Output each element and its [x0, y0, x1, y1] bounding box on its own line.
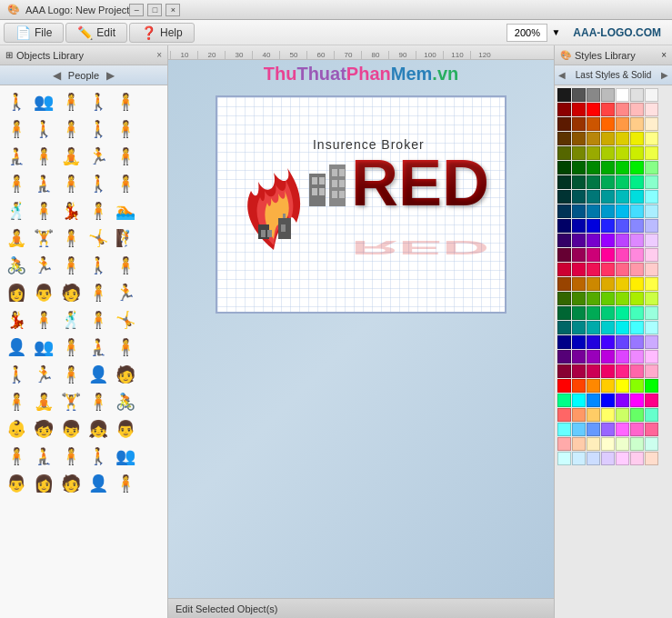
- color-swatch[interactable]: [557, 306, 571, 320]
- obj-item[interactable]: 🧑: [113, 362, 138, 387]
- color-swatch[interactable]: [630, 117, 644, 131]
- color-swatch[interactable]: [587, 408, 600, 422]
- obj-item[interactable]: 🚶: [85, 171, 111, 196]
- color-swatch[interactable]: [572, 161, 586, 174]
- color-swatch[interactable]: [587, 263, 600, 276]
- color-swatch[interactable]: [616, 292, 629, 305]
- obj-item[interactable]: 🧍: [4, 444, 29, 469]
- obj-item[interactable]: 🧍: [4, 171, 29, 196]
- color-swatch[interactable]: [557, 132, 571, 145]
- color-swatch[interactable]: [645, 234, 658, 247]
- category-prev[interactable]: ◀: [53, 69, 61, 82]
- color-swatch[interactable]: [601, 335, 615, 349]
- color-swatch[interactable]: [587, 204, 600, 218]
- color-swatch[interactable]: [601, 408, 615, 422]
- help-menu[interactable]: ❓ Help: [129, 23, 195, 43]
- obj-item[interactable]: 🧍: [85, 307, 111, 333]
- color-swatch[interactable]: [645, 292, 658, 305]
- color-swatch[interactable]: [557, 190, 571, 204]
- color-swatch[interactable]: [616, 219, 629, 233]
- obj-item[interactable]: 👨: [4, 471, 29, 496]
- color-swatch[interactable]: [557, 263, 571, 276]
- color-swatch[interactable]: [616, 335, 629, 349]
- obj-item[interactable]: 🚴: [113, 389, 138, 414]
- color-swatch[interactable]: [616, 146, 629, 160]
- close-button[interactable]: ×: [165, 4, 180, 16]
- color-swatch[interactable]: [601, 364, 615, 378]
- color-swatch[interactable]: [587, 248, 600, 262]
- color-swatch[interactable]: [572, 146, 586, 160]
- color-swatch[interactable]: [587, 364, 600, 378]
- color-swatch[interactable]: [630, 146, 644, 160]
- obj-item[interactable]: 🧍: [4, 389, 29, 414]
- obj-item[interactable]: 🧍: [58, 362, 84, 387]
- color-swatch[interactable]: [601, 234, 615, 247]
- obj-item[interactable]: 🚶: [85, 444, 111, 469]
- color-swatch[interactable]: [630, 190, 644, 204]
- color-swatch[interactable]: [557, 204, 571, 218]
- color-swatch[interactable]: [557, 452, 571, 465]
- color-swatch[interactable]: [616, 132, 629, 145]
- color-swatch[interactable]: [601, 117, 615, 131]
- category-next[interactable]: ▶: [106, 69, 115, 82]
- obj-item[interactable]: 🧍: [58, 253, 84, 278]
- color-swatch[interactable]: [587, 423, 600, 436]
- color-swatch[interactable]: [601, 452, 615, 465]
- color-swatch[interactable]: [630, 394, 644, 407]
- color-swatch[interactable]: [630, 263, 644, 276]
- color-swatch[interactable]: [587, 306, 600, 320]
- color-swatch[interactable]: [587, 292, 600, 305]
- obj-item[interactable]: 🧍: [113, 171, 138, 196]
- obj-item[interactable]: 🧍: [113, 334, 138, 360]
- color-swatch[interactable]: [557, 437, 571, 451]
- color-swatch[interactable]: [645, 263, 658, 276]
- obj-item[interactable]: 👥: [113, 444, 138, 469]
- color-swatch[interactable]: [601, 292, 615, 305]
- color-swatch[interactable]: [616, 103, 629, 116]
- obj-item[interactable]: 🚶: [85, 253, 111, 278]
- obj-item[interactable]: 🧘: [4, 225, 29, 251]
- color-swatch[interactable]: [601, 263, 615, 276]
- color-swatch[interactable]: [645, 277, 658, 291]
- obj-item[interactable]: 💃: [4, 307, 29, 333]
- color-swatch[interactable]: [645, 379, 658, 393]
- obj-item[interactable]: 👤: [85, 362, 111, 387]
- obj-item[interactable]: 🧗: [113, 225, 138, 251]
- color-swatch[interactable]: [572, 335, 586, 349]
- color-swatch[interactable]: [572, 117, 586, 131]
- color-swatch[interactable]: [572, 321, 586, 334]
- color-swatch[interactable]: [616, 321, 629, 334]
- obj-item[interactable]: 🏊: [113, 198, 138, 224]
- color-swatch[interactable]: [557, 88, 571, 102]
- color-swatch[interactable]: [572, 204, 586, 218]
- color-swatch[interactable]: [616, 88, 629, 102]
- color-swatch[interactable]: [616, 204, 629, 218]
- color-swatch[interactable]: [587, 379, 600, 393]
- edit-menu[interactable]: ✏️ Edit: [65, 23, 127, 43]
- color-swatch[interactable]: [601, 379, 615, 393]
- file-menu[interactable]: 📄 File: [4, 23, 64, 43]
- color-swatch[interactable]: [601, 394, 615, 407]
- color-swatch[interactable]: [645, 423, 658, 436]
- obj-item[interactable]: 🧍: [58, 116, 84, 142]
- color-swatch[interactable]: [616, 277, 629, 291]
- color-swatch[interactable]: [601, 190, 615, 204]
- color-swatch[interactable]: [630, 335, 644, 349]
- color-swatch[interactable]: [630, 88, 644, 102]
- color-swatch[interactable]: [572, 379, 586, 393]
- obj-item[interactable]: 🧍: [4, 116, 29, 142]
- obj-item[interactable]: 🧍: [58, 225, 84, 251]
- color-swatch[interactable]: [630, 379, 644, 393]
- color-swatch[interactable]: [616, 452, 629, 465]
- color-swatch[interactable]: [630, 364, 644, 378]
- obj-item[interactable]: 🚶: [85, 116, 111, 142]
- color-swatch[interactable]: [616, 379, 629, 393]
- styles-prev[interactable]: ◀: [558, 70, 566, 80]
- color-swatch[interactable]: [572, 175, 586, 189]
- color-swatch[interactable]: [601, 204, 615, 218]
- styles-panel-close[interactable]: ×: [661, 50, 667, 60]
- color-swatch[interactable]: [645, 161, 658, 174]
- color-swatch[interactable]: [601, 161, 615, 174]
- color-swatch[interactable]: [630, 175, 644, 189]
- color-swatch[interactable]: [645, 364, 658, 378]
